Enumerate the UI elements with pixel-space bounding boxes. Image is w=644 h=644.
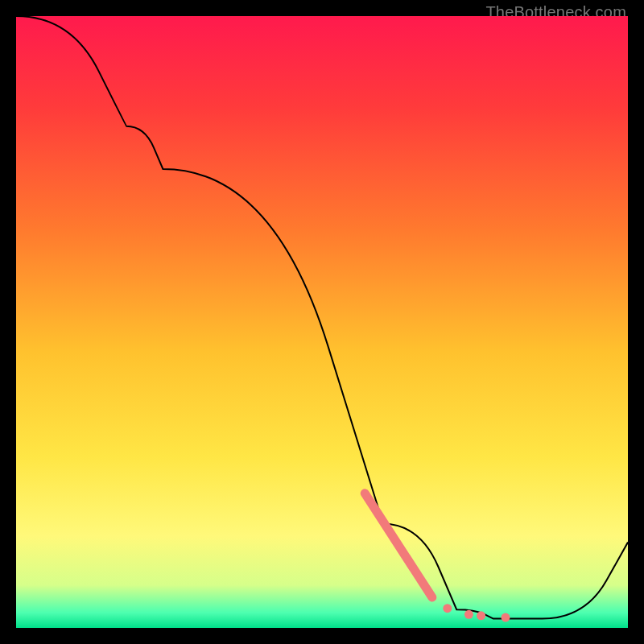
gradient-background [16, 16, 628, 628]
highlight-dot [464, 610, 473, 619]
highlight-dot [443, 604, 452, 613]
highlight-dot [502, 613, 510, 622]
chart-svg [16, 16, 628, 628]
plot-area [16, 16, 628, 628]
chart-frame: TheBottleneck.com [0, 0, 644, 644]
highlight-dot [477, 611, 485, 620]
